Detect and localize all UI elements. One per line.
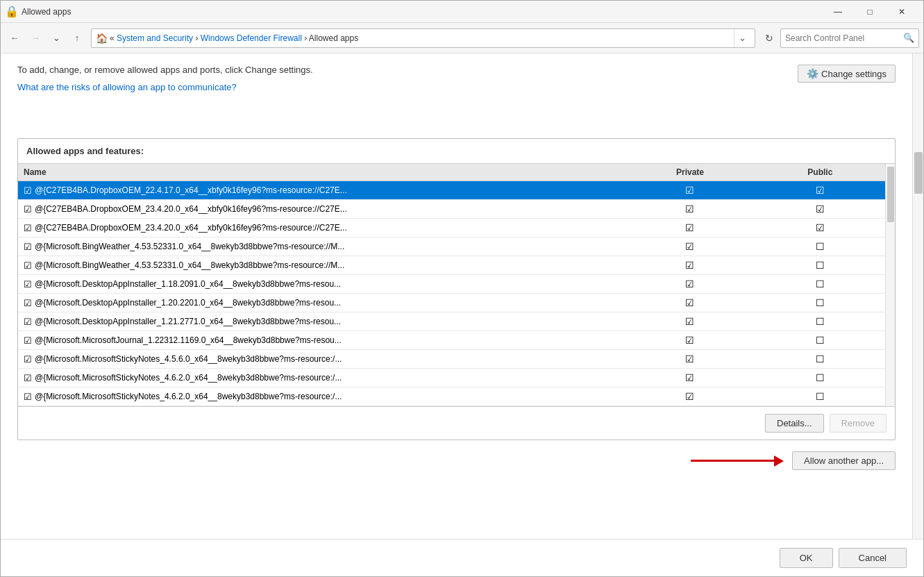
address-bar[interactable]: 🏠 « System and Security › Windows Defend… — [91, 28, 755, 48]
main-window: 🔒 Allowed apps — □ ✕ ← → ⌄ ↑ 🏠 « System … — [0, 0, 924, 577]
scroll-thumb[interactable] — [914, 152, 923, 194]
table-row[interactable]: ☑@{C27EB4BA.DropboxOEM_23.4.20.0_x64__xb… — [18, 200, 885, 219]
row-checkbox[interactable]: ☑ — [24, 279, 32, 290]
row-public-check[interactable]: ☐ — [755, 294, 885, 312]
row-checkbox[interactable]: ☑ — [24, 204, 32, 215]
search-bar[interactable]: 🔍 — [780, 28, 919, 48]
table-scrollbar[interactable] — [885, 164, 895, 406]
table-row[interactable]: ☑@{Microsoft.MicrosoftStickyNotes_4.6.2.… — [18, 369, 885, 387]
breadcrumb-current: Allowed apps — [309, 33, 358, 43]
row-private-check[interactable]: ☑ — [625, 387, 755, 405]
row-checkbox[interactable]: ☑ — [24, 317, 32, 327]
table-heading: Allowed apps and features: — [26, 146, 144, 156]
breadcrumb-system-security[interactable]: System and Security — [117, 33, 193, 43]
address-dropdown-button[interactable]: ⌄ — [734, 29, 750, 47]
row-private-check[interactable]: ☑ — [625, 237, 755, 256]
minimize-button[interactable]: — — [822, 1, 854, 23]
arrow-head — [774, 455, 784, 467]
table-wrapper: ☑@{C27EB4BA.DropboxOEM_22.4.17.0_x64__xb… — [18, 181, 885, 406]
row-name: @{Microsoft.DesktopAppInstaller_1.20.220… — [35, 298, 341, 308]
breadcrumb-separator: « — [110, 33, 117, 43]
forward-button[interactable]: → — [26, 28, 45, 48]
table-row[interactable]: ☑@{Microsoft.MicrosoftJournal_1.22312.11… — [18, 331, 885, 350]
breadcrumb-arrow-2: › — [304, 33, 309, 43]
row-public-check[interactable]: ☑ — [755, 200, 885, 218]
back-button[interactable]: ← — [5, 28, 24, 48]
row-private-check[interactable]: ☑ — [625, 369, 755, 387]
table-row[interactable]: ☑@{C27EB4BA.DropboxOEM_22.4.17.0_x64__xb… — [18, 181, 885, 200]
row-public-check[interactable]: ☑ — [755, 219, 885, 237]
row-private-check[interactable]: ☑ — [625, 275, 755, 293]
row-private-check[interactable]: ☑ — [625, 256, 755, 274]
recent-locations-button[interactable]: ⌄ — [47, 28, 66, 48]
search-input[interactable] — [785, 33, 900, 43]
row-name: @{Microsoft.MicrosoftStickyNotes_4.6.2.0… — [35, 373, 342, 383]
table-row[interactable]: ☑@{Microsoft.DesktopAppInstaller_1.20.22… — [18, 294, 885, 312]
row-checkbox[interactable]: ☑ — [24, 242, 32, 252]
allow-another-app-button[interactable]: Allow another app... — [792, 451, 896, 470]
ok-button[interactable]: OK — [780, 548, 833, 568]
row-private-check[interactable]: ☑ — [625, 331, 755, 349]
row-public-check[interactable]: ☐ — [755, 331, 885, 349]
table-row[interactable]: ☑@{Microsoft.DesktopAppInstaller_1.18.20… — [18, 275, 885, 294]
settings-icon: ⚙️ — [807, 68, 818, 79]
cancel-button[interactable]: Cancel — [839, 548, 907, 568]
row-private-check[interactable]: ☑ — [625, 219, 755, 237]
table-row[interactable]: ☑@{C27EB4BA.DropboxOEM_23.4.20.0_x64__xb… — [18, 219, 885, 237]
table-scroll-container: Name Private Public ☑@{C27EB4BA.DropboxO… — [18, 164, 895, 406]
breadcrumb-firewall[interactable]: Windows Defender Firewall — [201, 33, 302, 43]
row-checkbox[interactable]: ☑ — [24, 335, 32, 346]
row-name: @{Microsoft.BingWeather_4.53.52331.0_x64… — [35, 242, 344, 251]
row-name: @{Microsoft.BingWeather_4.53.52331.0_x64… — [35, 260, 344, 270]
col-header-public: Public — [755, 164, 885, 181]
maximize-button[interactable]: □ — [854, 1, 886, 23]
main-panel: To add, change, or remove allowed apps a… — [1, 53, 912, 539]
main-scrollbar[interactable] — [912, 53, 923, 539]
row-private-check[interactable]: ☑ — [625, 350, 755, 368]
row-name: @{Microsoft.MicrosoftStickyNotes_4.5.6.0… — [35, 354, 342, 364]
details-button[interactable]: Details... — [765, 414, 824, 433]
row-public-check[interactable]: ☐ — [755, 312, 885, 331]
row-name: @{C27EB4BA.DropboxOEM_23.4.20.0_x64__xbf… — [35, 204, 347, 214]
up-button[interactable]: ↑ — [67, 28, 87, 48]
footer-row: OK Cancel — [1, 539, 923, 576]
table-row[interactable]: ☑@{Microsoft.MicrosoftStickyNotes_4.5.6.… — [18, 350, 885, 369]
row-private-check[interactable]: ☑ — [625, 181, 755, 199]
content-area: To add, change, or remove allowed apps a… — [1, 53, 923, 539]
breadcrumb: « System and Security › Windows Defender… — [110, 33, 731, 43]
intro-section: To add, change, or remove allowed apps a… — [17, 65, 313, 103]
table-header-row: Allowed apps and features: — [18, 139, 895, 164]
row-checkbox[interactable]: ☑ — [24, 392, 32, 402]
risks-link[interactable]: What are the risks of allowing an app to… — [17, 82, 237, 92]
row-name: @{Microsoft.MicrosoftStickyNotes_4.6.2.0… — [35, 392, 342, 401]
table-row[interactable]: ☑@{Microsoft.DesktopAppInstaller_1.21.27… — [18, 312, 885, 331]
table-row[interactable]: ☑@{Microsoft.BingWeather_4.53.52331.0_x6… — [18, 237, 885, 256]
col-header-private: Private — [625, 164, 755, 181]
row-public-check[interactable]: ☐ — [755, 275, 885, 293]
row-public-check[interactable]: ☐ — [755, 256, 885, 274]
remove-button[interactable]: Remove — [830, 414, 887, 433]
change-settings-button[interactable]: ⚙️ Change settings — [798, 65, 896, 83]
row-public-check[interactable]: ☐ — [755, 387, 885, 405]
row-private-check[interactable]: ☑ — [625, 200, 755, 218]
table-scroll-thumb[interactable] — [887, 167, 894, 222]
row-name: @{C27EB4BA.DropboxOEM_22.4.17.0_x64__xbf… — [35, 185, 347, 195]
search-icon: 🔍 — [903, 33, 914, 43]
row-checkbox[interactable]: ☑ — [24, 373, 32, 383]
row-checkbox[interactable]: ☑ — [24, 223, 32, 233]
close-button[interactable]: ✕ — [886, 1, 918, 23]
row-public-check[interactable]: ☐ — [755, 369, 885, 387]
row-checkbox[interactable]: ☑ — [24, 298, 32, 308]
row-public-check[interactable]: ☐ — [755, 237, 885, 256]
row-public-check[interactable]: ☑ — [755, 181, 885, 199]
row-private-check[interactable]: ☑ — [625, 294, 755, 312]
row-public-check[interactable]: ☐ — [755, 350, 885, 368]
table-row[interactable]: ☑@{Microsoft.BingWeather_4.53.52331.0_x6… — [18, 256, 885, 275]
refresh-button[interactable]: ↻ — [759, 28, 779, 48]
row-checkbox[interactable]: ☑ — [24, 260, 32, 271]
row-checkbox[interactable]: ☑ — [24, 185, 32, 196]
row-private-check[interactable]: ☑ — [625, 312, 755, 331]
table-row[interactable]: ☑@{Microsoft.MicrosoftStickyNotes_4.6.2.… — [18, 387, 885, 406]
title-bar: 🔒 Allowed apps — □ ✕ — [1, 1, 923, 23]
row-checkbox[interactable]: ☑ — [24, 354, 32, 365]
